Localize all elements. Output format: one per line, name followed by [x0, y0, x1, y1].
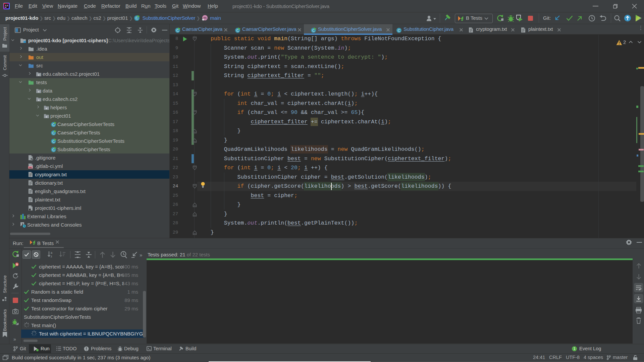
svg-text:IJ: IJ	[5, 4, 8, 7]
svg-text:m: m	[204, 16, 207, 20]
svg-text:a: a	[51, 251, 52, 254]
svg-text:YML: YML	[29, 166, 33, 168]
svg-text:z: z	[51, 255, 52, 258]
svg-text:C: C	[398, 28, 400, 33]
svg-text:9: 9	[16, 263, 18, 266]
